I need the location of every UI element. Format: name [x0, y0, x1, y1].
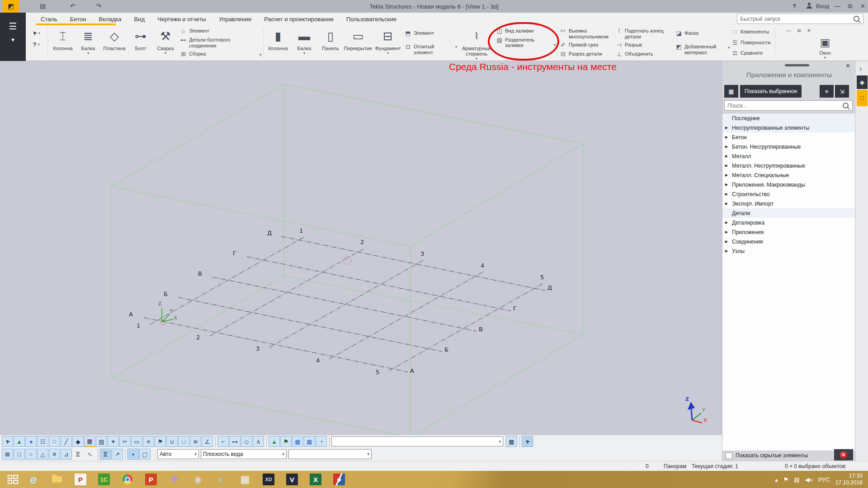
line-cut-button[interactable]: ✐Прямой срез: [560, 42, 614, 49]
group-caret-icon[interactable]: ▾: [728, 46, 730, 50]
snap-lines-button[interactable]: ■: [25, 436, 37, 447]
create-point-button[interactable]: ✶: [108, 436, 119, 447]
undo-icon[interactable]: ↶: [70, 2, 75, 9]
fit-part-end-button[interactable]: ⊺Подогнать конец детали: [616, 28, 674, 40]
measure-angle-button[interactable]: ∠: [202, 436, 213, 447]
list-item[interactable]: ▶Бетон. Несгруппированные: [722, 142, 855, 151]
tab-user[interactable]: Пользовательские: [346, 16, 396, 23]
tray-expand-icon[interactable]: ▴: [775, 476, 778, 483]
list-item[interactable]: ▶Металл: [722, 151, 855, 161]
chamfer-button[interactable]: ◪Фаска: [675, 30, 726, 38]
select-surfaces-button[interactable]: △: [37, 449, 48, 460]
expand-arrow-icon[interactable]: ▶: [725, 183, 729, 187]
search-icon[interactable]: [843, 103, 849, 108]
added-material-button[interactable]: ◩Добавленный материал: [675, 43, 726, 56]
search-icon[interactable]: [854, 16, 859, 22]
user-icon[interactable]: [806, 3, 812, 11]
list-item[interactable]: ▶Строительство: [722, 189, 855, 199]
grid-plane-snap-button[interactable]: ▨: [96, 436, 107, 447]
expand-arrow-icon[interactable]: ▶: [725, 126, 729, 130]
cast-unit-button[interactable]: ⊡Отлитый элемент: [405, 43, 453, 56]
network-icon[interactable]: ▤: [794, 476, 799, 483]
clock[interactable]: 17:33 17.10.2016: [835, 473, 863, 486]
profile-button[interactable]: ∪: [166, 436, 178, 447]
tekla-logo-icon[interactable]: ◩: [3, 0, 19, 13]
select-parts-button[interactable]: □: [14, 449, 25, 460]
taskbar-app-9[interactable]: ◐: [214, 473, 229, 486]
gallery-view-button[interactable]: ▦: [724, 85, 738, 98]
snap-reference-button[interactable]: ☷: [37, 436, 48, 447]
select-gridline-button[interactable]: ↗: [112, 449, 123, 460]
expand-arrow-icon[interactable]: ▶: [725, 164, 729, 168]
steel-beam-button[interactable]: ≣ Балка ▾: [77, 25, 99, 61]
model-viewport[interactable]: 1 2 3 4 5 1 2 3 4 5 А Б В Г Д А Б В Г Д: [0, 61, 722, 435]
volume-icon[interactable]: ◀»: [805, 476, 813, 483]
quick-launch-box[interactable]: [737, 14, 863, 24]
grid-b-button[interactable]: ▩: [304, 436, 315, 447]
dropdown-caret-icon[interactable]: ▾: [303, 51, 305, 55]
expand-arrow-icon[interactable]: ▶: [725, 154, 729, 158]
group-caret-icon[interactable]: ▾: [554, 43, 556, 47]
panel-drag-handle[interactable]: [785, 64, 809, 66]
select-object-button[interactable]: ▪: [127, 449, 139, 460]
list-view-button[interactable]: ≡: [820, 85, 834, 98]
taskbar-excel[interactable]: X: [308, 473, 323, 486]
list-item[interactable]: ▶Приложения. Макрокоманды: [722, 180, 855, 189]
select-assembly-button[interactable]: ▢: [139, 449, 151, 460]
plane-select[interactable]: Плоскость вида▾: [201, 449, 287, 459]
history-button[interactable]: ◔: [316, 436, 327, 447]
pour-break-button[interactable]: ▨Разделитель заливки: [496, 37, 552, 49]
inquire-tool-button[interactable]: ?▾: [33, 41, 40, 48]
concrete-beam-button[interactable]: ▬ Балка ▾: [292, 25, 317, 61]
dropdown-caret-icon[interactable]: ▾: [87, 51, 89, 55]
panel-button[interactable]: ▯ Панель: [317, 25, 344, 61]
select-grid-button[interactable]: ⋈: [100, 449, 111, 460]
snap-corner-button[interactable]: ⌐: [217, 436, 229, 447]
panel-close-icon[interactable]: ✕: [845, 62, 850, 69]
snap-geometry-button[interactable]: ∷: [49, 436, 60, 447]
taskbar-tekla[interactable]: ◆: [332, 473, 346, 486]
taskbar-calculator[interactable]: ▦: [238, 473, 252, 486]
list-item[interactable]: ▶Бетон: [722, 132, 855, 142]
grid-snap-button[interactable]: ▦: [84, 436, 95, 447]
dropdown-caret-icon[interactable]: ▾: [824, 56, 826, 60]
polygon-cut-button[interactable]: ✄Выемка многоугольником: [560, 28, 614, 40]
select-grid-off-button[interactable]: ⋈: [72, 449, 84, 460]
taskbar-dark-app[interactable]: XD: [261, 473, 276, 486]
start-button[interactable]: [4, 473, 22, 486]
taskbar-v-app[interactable]: V: [285, 473, 299, 486]
steel-item-button[interactable]: ⌂Элемент: [180, 28, 258, 35]
tab-analysis-design[interactable]: Расчет и проектирование: [264, 16, 334, 23]
list-item[interactable]: ▶Металл. Специальные: [722, 170, 855, 180]
mesh-button[interactable]: ▩: [506, 436, 517, 447]
select-points-button[interactable]: ○: [25, 449, 37, 460]
phase-combobox[interactable]: ▾: [331, 436, 503, 446]
collapse-all-button[interactable]: ⇲: [835, 85, 849, 98]
expand-arrow-icon[interactable]: ▶: [725, 202, 729, 206]
restore-button[interactable]: ⧉: [848, 3, 852, 10]
language-indicator[interactable]: РУС: [818, 476, 830, 483]
list-item[interactable]: ▶Экспорт. Импорт: [722, 199, 855, 208]
snap-peak-button[interactable]: ∧: [253, 436, 264, 447]
quick-launch-input[interactable]: [737, 16, 854, 22]
redo-icon[interactable]: ↷: [96, 2, 101, 9]
component-search-box[interactable]: [724, 100, 853, 111]
expand-arrow-icon[interactable]: ▶: [725, 135, 729, 139]
list-item[interactable]: ▶Последние: [722, 113, 855, 123]
smart-select-button[interactable]: ➤: [2, 436, 13, 447]
snap-any-button[interactable]: ◆: [72, 436, 84, 447]
tab-custom-tab[interactable]: Вкладка: [99, 16, 121, 23]
close-button[interactable]: ✕: [860, 3, 865, 9]
view-restore-icon[interactable]: ⧉: [797, 28, 801, 33]
extra-select[interactable]: ▾: [288, 449, 372, 459]
tab-steel[interactable]: Сталь: [41, 16, 57, 23]
list-item[interactable]: ▶Узлы: [722, 246, 855, 256]
part-cut-button[interactable]: ⊟Разрез детали: [560, 51, 614, 58]
select-views-button[interactable]: ⊿: [61, 449, 72, 460]
slab-button[interactable]: ▭ Перекрытие: [344, 25, 372, 61]
save-icon[interactable]: ▤: [40, 2, 46, 9]
dropdown-caret-icon[interactable]: ▾: [387, 51, 389, 55]
minimize-button[interactable]: —: [835, 3, 840, 9]
list-item[interactable]: ▶Детали: [722, 208, 855, 218]
depth-select[interactable]: Авто▾: [157, 449, 199, 459]
